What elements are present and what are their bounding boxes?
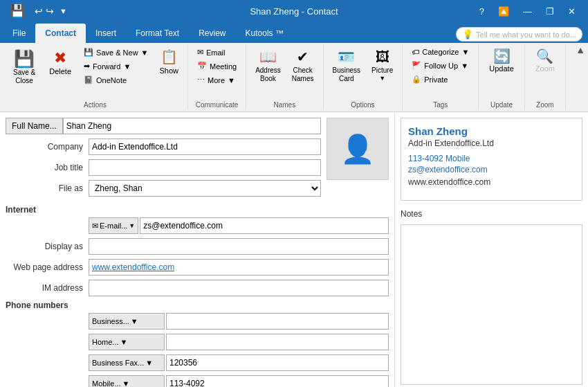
email-button[interactable]: ✉ Email [192, 46, 241, 59]
jobtitle-input[interactable] [89, 159, 321, 176]
show-button[interactable]: 📋 Show [154, 46, 183, 78]
mobile-button[interactable]: Mobile... ▼ [89, 375, 165, 387]
picture-icon: 🖼 [376, 48, 389, 65]
busfax-button[interactable]: Business Fax... ▼ [89, 354, 165, 371]
internet-section-label: Internet [6, 205, 389, 215]
ribbon-group-communicate: ✉ Email 📅 Meeting ⋯ More ▼ Communicate [188, 44, 246, 110]
address-book-button[interactable]: 📖 AddressBook [250, 46, 286, 86]
check-names-button[interactable]: ✔ CheckNames [287, 46, 319, 86]
categorize-label: Categorize [422, 48, 459, 56]
forward-button[interactable]: ➡ Forward ▼ [79, 60, 153, 73]
full-name-input[interactable] [63, 118, 321, 134]
actions-group-label: Actions [3, 101, 187, 109]
more-button[interactable]: ⋯ More ▼ [192, 73, 241, 87]
onenote-button[interactable]: 📓 OneNote [79, 73, 153, 87]
categorize-arrow: ▼ [461, 48, 469, 56]
business-phone-label: Business... [92, 317, 129, 325]
company-label: Company [6, 142, 89, 152]
tab-insert[interactable]: Insert [86, 24, 126, 43]
content-area: Full Name... Company Job title File as Z… [0, 112, 588, 387]
business-phone-input[interactable] [166, 313, 389, 330]
full-name-button[interactable]: Full Name... [6, 118, 63, 134]
fileas-select[interactable]: Zheng, Shan [89, 180, 321, 197]
follow-up-button[interactable]: 🚩 Follow Up ▼ [407, 59, 474, 72]
webpage-input[interactable]: www.extendoffice.com [89, 259, 389, 276]
mobile-input[interactable] [166, 375, 389, 387]
names-content: 📖 AddressBook ✔ CheckNames [250, 46, 318, 109]
save-close-icon: 💾 [14, 49, 35, 69]
business-card-label: BusinessCard [333, 66, 361, 83]
private-button[interactable]: 🔒 Private [407, 73, 474, 86]
side-panel: Shan Zheng Add-in Extendoffice.Ltd 113-4… [394, 112, 588, 387]
zoom-label: Zoom [535, 64, 555, 73]
card-phone: 113-4092 Mobile [408, 154, 575, 163]
check-names-label: CheckNames [292, 66, 314, 83]
undo-redo-group: ↩ ↪ [35, 6, 54, 17]
tab-contact[interactable]: Contact [35, 24, 86, 43]
show-icon: 📋 [160, 48, 178, 65]
photo-box[interactable]: 👤 [327, 118, 389, 180]
email-type-label: E-mail... [100, 222, 127, 230]
actions-col: 💾 Save & New ▼ ➡ Forward ▼ 📓 OneNote [79, 46, 153, 98]
save-new-label: Save & New [96, 48, 138, 57]
options-group-label: Options [324, 101, 403, 109]
email-input[interactable] [140, 217, 389, 234]
delete-button[interactable]: ✖ Delete [43, 46, 77, 79]
company-input[interactable] [89, 138, 321, 155]
follow-up-icon: 🚩 [412, 61, 421, 70]
redo-button[interactable]: ↪ [46, 6, 54, 17]
tab-review[interactable]: Review [189, 24, 235, 43]
card-web: www.extendoffice.com [408, 177, 575, 187]
ribbon-collapse-button[interactable]: 🔼 [491, 0, 516, 22]
minimize-button[interactable]: — [516, 0, 539, 22]
meeting-button[interactable]: 📅 Meeting [192, 60, 241, 73]
restore-button[interactable]: ❐ [539, 0, 561, 22]
business-card-panel: Shan Zheng Add-in Extendoffice.Ltd 113-4… [401, 118, 582, 201]
update-label: Update [489, 64, 513, 73]
jobtitle-row: Job title [6, 159, 321, 176]
zoom-icon: 🔍 [536, 48, 553, 64]
business-card-button[interactable]: 🪪 BusinessCard [328, 46, 366, 86]
update-button[interactable]: 🔄 Update [483, 46, 520, 75]
business-phone-button[interactable]: Business... ▼ [89, 313, 165, 330]
save-close-button[interactable]: 💾 Save &Close [7, 46, 42, 87]
ribbon-expand-button[interactable]: ▲ [576, 44, 585, 55]
zoom-group-label: Zoom [525, 101, 565, 109]
home-phone-row: Home... ▼ [6, 334, 389, 350]
help-button[interactable]: ? [472, 0, 491, 22]
im-input[interactable] [89, 280, 389, 296]
tab-file[interactable]: File [3, 24, 35, 43]
home-phone-button[interactable]: Home... ▼ [89, 334, 165, 350]
display-as-input[interactable] [89, 238, 389, 255]
busfax-label: Business Fax... [92, 359, 144, 367]
ribbon-group-zoom: 🔍 Zoom Zoom [525, 44, 566, 110]
tab-kutools[interactable]: Kutools ™ [236, 24, 293, 43]
undo-button[interactable]: ↩ [35, 6, 43, 17]
home-phone-input[interactable] [166, 334, 389, 350]
ribbon-group-names: 📖 AddressBook ✔ CheckNames Names [246, 44, 323, 110]
display-as-row: Display as [6, 238, 389, 255]
jobtitle-label: Job title [6, 163, 89, 172]
zoom-button[interactable]: 🔍 Zoom [529, 46, 561, 75]
webpage-row: Web page address www.extendoffice.com [6, 259, 389, 276]
save-close-label: Save &Close [13, 69, 35, 85]
picture-button[interactable]: 🖼 Picture ▼ [367, 46, 398, 85]
tags-group-label: Tags [403, 101, 478, 109]
forward-icon: ➡ [84, 62, 90, 71]
email-type-button[interactable]: ✉ E-mail... ▼ [89, 217, 138, 234]
form-area: Full Name... Company Job title File as Z… [0, 112, 394, 387]
save-new-button[interactable]: 💾 Save & New ▼ [79, 46, 153, 59]
check-names-icon: ✔ [297, 48, 309, 65]
notes-textarea[interactable] [401, 224, 582, 385]
business-phone-row: Business... ▼ [6, 313, 389, 330]
quick-access-dropdown[interactable]: ▼ [59, 7, 67, 15]
close-button[interactable]: ✕ [561, 0, 582, 22]
busfax-input[interactable] [166, 354, 389, 371]
title-save-button[interactable]: 💾 [6, 2, 29, 20]
tab-format-text[interactable]: Format Text [126, 24, 189, 43]
picture-arrow: ▼ [379, 75, 385, 82]
im-row: IM address [6, 280, 389, 296]
comm-col: ✉ Email 📅 Meeting ⋯ More ▼ [192, 46, 241, 98]
tell-me-bar[interactable]: 💡 Tell me what you want to do... [456, 27, 582, 42]
categorize-button[interactable]: 🏷 Categorize ▼ [407, 46, 474, 58]
